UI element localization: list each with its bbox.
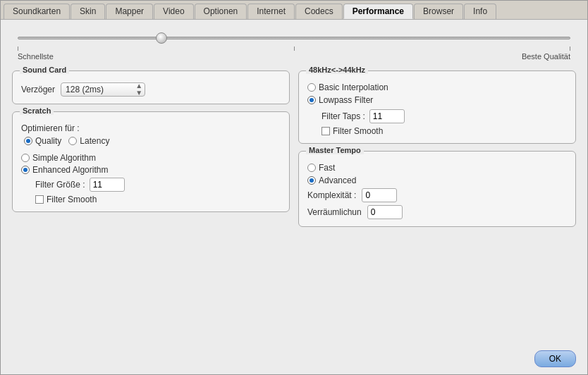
- verraumlichun-row: Verräumlichun: [307, 205, 567, 219]
- tab-soundkarten[interactable]: Soundkarten: [4, 4, 70, 19]
- tab-optionen[interactable]: Optionen: [195, 4, 247, 19]
- slider-ticks: [18, 47, 570, 51]
- tab-internet[interactable]: Internet: [247, 4, 295, 19]
- fast-row: Fast: [307, 163, 567, 173]
- tab-skin[interactable]: Skin: [71, 4, 105, 19]
- fast-label: Fast: [319, 163, 335, 173]
- tab-bar: Soundkarten Skin Mapper Video Optionen I…: [1, 1, 587, 20]
- slider-tick-right: [570, 47, 570, 51]
- left-column: Sound Card Verzöger 128 (2ms)256 (4ms)51…: [12, 70, 290, 338]
- master-tempo-group: Master Tempo Fast Advanced Komplexität :: [298, 151, 576, 227]
- scratch-filter-smooth-row: Filter Smooth: [35, 195, 281, 204]
- advanced-radio[interactable]: [307, 176, 316, 185]
- scratch-title: Scratch: [20, 106, 54, 115]
- quality-radio[interactable]: [24, 137, 32, 145]
- advanced-row: Advanced: [307, 176, 567, 185]
- main-columns: Sound Card Verzöger 128 (2ms)256 (4ms)51…: [12, 70, 576, 338]
- filter-smooth-label: Filter Smooth: [333, 126, 383, 136]
- advanced-label: Advanced: [319, 176, 356, 185]
- filter-groesse-input[interactable]: [90, 178, 125, 192]
- bottom-bar: OK: [1, 346, 587, 374]
- simple-algo-label: Simple Algorithm: [32, 153, 96, 163]
- quality-label: Quality: [35, 136, 61, 146]
- right-column: 48kHz<->44kHz Basic Interpolation Lowpas…: [298, 70, 576, 338]
- content-area: Schnellste Beste Qualität Sound Card Ver…: [1, 20, 587, 346]
- tab-codecs[interactable]: Codecs: [295, 4, 343, 19]
- latency-radio[interactable]: [68, 137, 77, 145]
- slider-label-right: Beste Qualität: [522, 52, 570, 61]
- sound-card-group: Sound Card Verzöger 128 (2ms)256 (4ms)51…: [12, 70, 290, 104]
- quality-latency-group: Quality Latency: [24, 136, 281, 146]
- filter-taps-row: Filter Taps :: [321, 109, 567, 123]
- slider-tick-mid: [294, 47, 295, 51]
- filter-groesse-row: Filter Größe :: [35, 178, 281, 192]
- lowpass-filter-label: Lowpass Filter: [319, 95, 373, 105]
- basic-interp-radio[interactable]: [307, 83, 316, 92]
- master-tempo-title: Master Tempo: [306, 146, 364, 154]
- tab-browser[interactable]: Browser: [414, 4, 463, 19]
- delay-select[interactable]: 128 (2ms)256 (4ms)512 (8ms)1024 (16ms): [61, 82, 145, 97]
- quality-slider-wrapper: [18, 31, 570, 45]
- scratch-group: Scratch Optimieren für : Quality Latency: [12, 111, 290, 212]
- scratch-filter-smooth-label: Filter Smooth: [47, 195, 97, 204]
- tab-info[interactable]: Info: [464, 4, 496, 19]
- master-tempo-options: Fast Advanced: [307, 163, 567, 185]
- quality-radio-row: Quality: [24, 136, 61, 146]
- algo-section: Simple Algorithm Enhanced Algorithm: [21, 149, 281, 175]
- ok-button[interactable]: OK: [534, 350, 576, 367]
- filter-taps-input[interactable]: [369, 109, 405, 123]
- simple-algo-radio[interactable]: [21, 154, 30, 162]
- resampling-title: 48kHz<->44kHz: [306, 66, 368, 74]
- delay-label: Verzöger: [21, 85, 55, 94]
- slider-tick-left: [18, 47, 18, 51]
- basic-interp-row: Basic Interpolation: [307, 82, 567, 92]
- delay-select-wrapper: 128 (2ms)256 (4ms)512 (8ms)1024 (16ms) ▲…: [61, 82, 145, 97]
- sound-card-row: Verzöger 128 (2ms)256 (4ms)512 (8ms)1024…: [21, 82, 281, 97]
- optimieren-row: Optimieren für :: [21, 123, 281, 133]
- tab-performance[interactable]: Performance: [343, 4, 413, 19]
- latency-radio-row: Latency: [68, 136, 109, 146]
- lowpass-filter-row: Lowpass Filter: [307, 95, 567, 105]
- resampling-group: 48kHz<->44kHz Basic Interpolation Lowpas…: [298, 70, 576, 144]
- komplexitat-input[interactable]: [362, 188, 397, 202]
- komplexitat-label: Komplexität :: [307, 190, 356, 200]
- fast-radio[interactable]: [307, 164, 316, 172]
- quality-slider-section: Schnellste Beste Qualität: [12, 28, 576, 63]
- komplexitat-row: Komplexität :: [307, 188, 567, 202]
- enhanced-algo-radio[interactable]: [21, 166, 30, 174]
- latency-label: Latency: [80, 136, 109, 146]
- lowpass-filter-radio[interactable]: [307, 96, 316, 104]
- verraumlichun-input[interactable]: [367, 205, 403, 219]
- basic-interp-label: Basic Interpolation: [319, 82, 388, 92]
- tab-video[interactable]: Video: [154, 4, 193, 19]
- slider-track: [18, 37, 570, 39]
- enhanced-algo-row: Enhanced Algorithm: [21, 165, 281, 175]
- slider-labels: Schnellste Beste Qualität: [18, 52, 570, 61]
- resampling-options: Basic Interpolation Lowpass Filter: [307, 82, 567, 105]
- quality-slider-thumb[interactable]: [156, 32, 167, 44]
- tab-mapper[interactable]: Mapper: [106, 4, 153, 19]
- enhanced-algo-label: Enhanced Algorithm: [32, 165, 108, 175]
- filter-smooth-checkbox[interactable]: [321, 127, 330, 135]
- filter-smooth-row: Filter Smooth: [321, 126, 567, 136]
- optimieren-label: Optimieren für :: [21, 123, 80, 133]
- simple-algo-row: Simple Algorithm: [21, 153, 281, 163]
- filter-groesse-label: Filter Größe :: [35, 180, 85, 190]
- filter-taps-label: Filter Taps :: [321, 111, 365, 121]
- sound-card-title: Sound Card: [20, 66, 69, 74]
- scratch-filter-smooth-checkbox[interactable]: [35, 195, 44, 204]
- verraumlichun-label: Verräumlichun: [307, 207, 362, 217]
- main-window: Soundkarten Skin Mapper Video Optionen I…: [0, 0, 588, 375]
- slider-label-left: Schnellste: [18, 52, 54, 61]
